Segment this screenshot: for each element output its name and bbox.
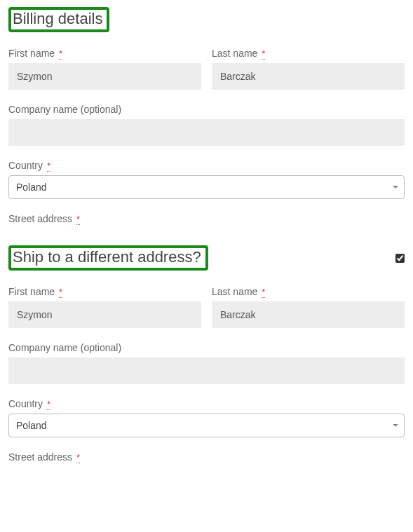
ship-different-checkbox[interactable] — [395, 254, 405, 263]
required-mark: * — [262, 287, 265, 298]
required-mark: * — [262, 48, 265, 60]
required-mark: * — [76, 452, 80, 463]
billing-country-select[interactable]: Poland — [8, 175, 405, 199]
label-text: First name — [8, 48, 55, 59]
billing-company-input[interactable] — [8, 119, 405, 146]
label-text: Street address — [8, 451, 72, 463]
shipping-last-name-label: Last name * — [212, 286, 405, 297]
chevron-down-icon — [393, 424, 398, 427]
label-text: Country — [8, 160, 43, 171]
required-mark: * — [59, 48, 62, 60]
required-mark: * — [47, 161, 50, 172]
required-mark: * — [59, 287, 62, 298]
label-text: Street address — [8, 213, 72, 224]
billing-heading: Billing details — [8, 7, 109, 32]
shipping-street-label: Street address * — [8, 451, 405, 463]
billing-street-label: Street address * — [8, 213, 405, 224]
billing-last-name-label: Last name * — [212, 48, 405, 59]
select-value: Poland — [16, 182, 47, 193]
billing-country-label: Country * — [8, 160, 405, 171]
shipping-country-select[interactable]: Poland — [8, 414, 405, 437]
required-mark: * — [47, 399, 50, 410]
shipping-first-name-input[interactable] — [8, 301, 201, 328]
billing-first-name-input[interactable] — [8, 63, 201, 90]
billing-first-name-label: First name * — [8, 48, 201, 59]
chevron-down-icon — [393, 186, 398, 189]
shipping-company-label: Company name (optional) — [8, 342, 405, 353]
shipping-company-input[interactable] — [8, 357, 405, 384]
billing-last-name-input[interactable] — [212, 63, 405, 90]
shipping-country-label: Country * — [8, 398, 405, 409]
label-text: Country — [8, 398, 43, 409]
required-mark: * — [76, 214, 80, 225]
shipping-heading: Ship to a different address? — [8, 245, 208, 271]
shipping-first-name-label: First name * — [8, 286, 201, 297]
label-text: Last name — [212, 286, 257, 297]
label-text: First name — [8, 286, 55, 297]
shipping-last-name-input[interactable] — [212, 301, 405, 328]
billing-company-label: Company name (optional) — [8, 104, 405, 115]
label-text: Last name — [212, 48, 257, 59]
select-value: Poland — [16, 420, 47, 431]
